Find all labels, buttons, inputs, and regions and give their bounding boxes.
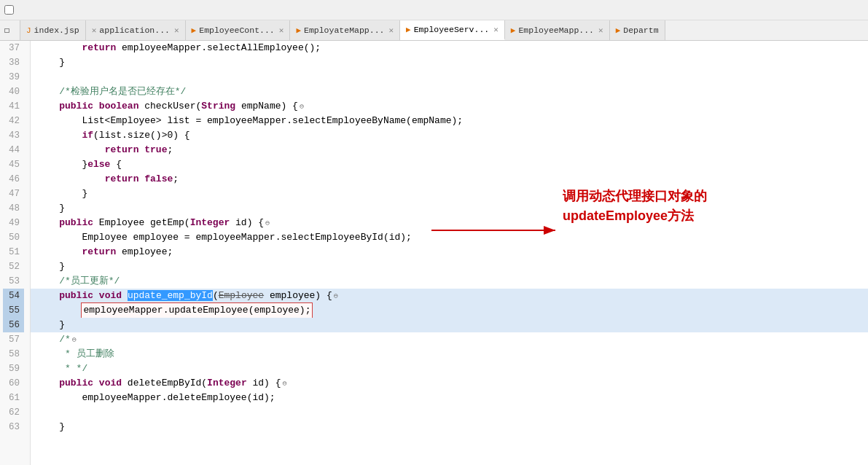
ln-38: 38 — [3, 55, 24, 70]
fold-41[interactable]: ⊖ — [300, 103, 304, 111]
ln-41: 41 — [3, 99, 24, 114]
code-lines: return employeeMapper.selectAllEmployee(… — [31, 41, 868, 434]
tab-label-index: index.jsp — [34, 26, 79, 35]
tab-label-employeemapp1: EmployateMapp... — [304, 26, 384, 35]
tab-bar-left: ◻ — [0, 20, 20, 40]
ln-60: 60 — [3, 376, 24, 391]
code-line-45: }else { — [31, 157, 868, 172]
tab-bar: ◻ J index.jsp ✕ application... ✕ ▶ Emplo… — [0, 20, 868, 41]
tab-index[interactable]: J index.jsp — [20, 20, 86, 40]
ln-61: 61 — [3, 391, 24, 405]
code-line-49: public Employee getEmp(Integer id) {⊖ — [31, 216, 868, 230]
tab-employeeserv[interactable]: ▶ EmployeeServ... ✕ — [400, 20, 505, 40]
tab-label-employeemapp2: EmployeeMapp... — [518, 26, 594, 35]
code-line-63: } — [31, 420, 868, 434]
tab-close-employeemapp2[interactable]: ✕ — [598, 26, 603, 35]
code-line-43: if(list.size()>0) { — [31, 128, 868, 143]
ln-56: 56 — [3, 318, 24, 332]
ln-55: 55 — [3, 303, 24, 318]
code-line-59: * */ — [31, 362, 868, 376]
ln-57: 57 — [3, 332, 24, 347]
ln-50: 50 — [3, 230, 24, 245]
code-line-42: List<Employee> list = employeeMapper.sel… — [31, 114, 868, 128]
tab-label-departm: Departm — [623, 26, 658, 35]
tab-icon-index: J — [26, 26, 31, 35]
tab-employeemapp1[interactable]: ▶ EmployateMapp... ✕ — [290, 20, 400, 40]
code-line-37: return employeeMapper.selectAllEmployee(… — [31, 41, 868, 55]
ln-52: 52 — [3, 259, 24, 274]
ln-39: 39 — [3, 70, 24, 85]
tab-icon-application: ✕ — [92, 26, 97, 35]
code-line-61: employeeMapper.deleteEmployee(id); — [31, 391, 868, 405]
ln-46: 46 — [3, 172, 24, 187]
ln-48: 48 — [3, 201, 24, 216]
code-line-39 — [31, 70, 868, 85]
code-line-38: } — [31, 55, 868, 70]
line-numbers: 37 38 39 40 41 42 43 44 45 46 47 48 49 5… — [0, 41, 31, 465]
ln-42: 42 — [3, 114, 24, 128]
code-line-56: } — [31, 318, 868, 332]
code-line-52: } — [31, 259, 868, 274]
code-line-41: public boolean checkUser(String empName)… — [31, 99, 868, 114]
code-content-38: } — [31, 55, 868, 70]
code-line-62 — [31, 405, 868, 420]
ln-53: 53 — [3, 274, 24, 289]
code-line-48: } — [31, 201, 868, 216]
ln-51: 51 — [3, 245, 24, 259]
tab-employeemapp2[interactable]: ▶ EmployeeMapp... ✕ — [505, 20, 610, 40]
code-area[interactable]: return employeeMapper.selectAllEmployee(… — [31, 41, 868, 465]
tab-application[interactable]: ✕ application... ✕ — [86, 20, 186, 40]
editor: 37 38 39 40 41 42 43 44 45 46 47 48 49 5… — [0, 41, 868, 465]
code-line-51: return employee; — [31, 245, 868, 259]
top-bar-checkbox[interactable] — [4, 5, 14, 15]
tab-icon-employeemapp1: ▶ — [296, 26, 301, 35]
code-line-54: public void update_emp_byId(Employee emp… — [31, 289, 868, 303]
tab-close-employeemapp1[interactable]: ✕ — [388, 26, 394, 35]
tab-close-employeeserv[interactable]: ✕ — [493, 25, 498, 34]
code-line-47: } — [31, 187, 868, 201]
tab-label-employeeserv: EmployeeServ... — [414, 25, 490, 34]
tab-label-employeecont: EmployeeCont... — [199, 26, 275, 35]
code-line-60: public void deleteEmpById(Integer id) {⊖ — [31, 376, 868, 391]
tab-close-employeecont[interactable]: ✕ — [279, 26, 284, 35]
tab-close-application[interactable]: ✕ — [174, 26, 179, 35]
ln-37: 37 — [3, 41, 24, 55]
ln-47: 47 — [3, 187, 24, 201]
ln-59: 59 — [3, 362, 24, 376]
ln-58: 58 — [3, 347, 24, 362]
window-icon: ◻ — [4, 25, 9, 36]
code-line-44: return true; — [31, 143, 868, 157]
fold-49[interactable]: ⊖ — [265, 219, 270, 227]
ln-43: 43 — [3, 128, 24, 143]
ln-62: 62 — [3, 405, 24, 420]
code-line-46: return false; — [31, 172, 868, 187]
top-bar — [0, 0, 868, 20]
code-line-57: /*⊖ — [31, 332, 868, 347]
code-line-53: /*员工更新*/ — [31, 274, 868, 289]
ln-45: 45 — [3, 157, 24, 172]
ln-63: 63 — [3, 420, 24, 434]
fold-54[interactable]: ⊖ — [334, 292, 338, 300]
code-content-39 — [31, 70, 868, 85]
tab-icon-employeeserv: ▶ — [406, 25, 411, 34]
tab-icon-employeecont: ▶ — [192, 26, 197, 35]
fold-60[interactable]: ⊖ — [283, 380, 287, 388]
code-content-37: return employeeMapper.selectAllEmployee(… — [31, 41, 868, 55]
ln-40: 40 — [3, 85, 24, 99]
code-line-55: employeeMapper.updateEmployee(employee); — [31, 303, 868, 318]
ln-49: 49 — [3, 216, 24, 230]
tab-employeecont[interactable]: ▶ EmployeeCont... ✕ — [186, 20, 291, 40]
ln-44: 44 — [3, 143, 24, 157]
tab-label-application: application... — [99, 26, 170, 35]
fold-57[interactable]: ⊖ — [72, 336, 77, 344]
tab-icon-departm: ▶ — [616, 26, 621, 35]
ln-54: 54 — [3, 289, 24, 303]
code-line-58: * 员工删除 — [31, 347, 868, 362]
tab-departm[interactable]: ▶ Departm — [610, 20, 665, 40]
code-line-50: Employee employee = employeeMapper.selec… — [31, 230, 868, 245]
tab-icon-employeemapp2: ▶ — [511, 26, 516, 35]
code-line-40: /*检验用户名是否已经存在*/ — [31, 85, 868, 99]
